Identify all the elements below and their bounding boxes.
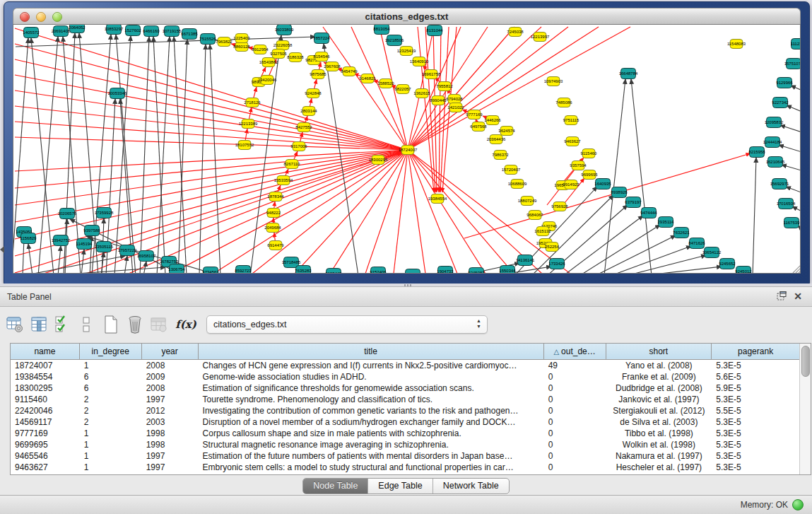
graph-node[interactable]: 13505115	[95, 242, 114, 252]
graph-node[interactable]: 9327505	[270, 49, 287, 59]
table-cell[interactable]: 2009	[142, 371, 199, 382]
table-cell[interactable]: 9463627	[11, 462, 80, 473]
table-cell[interactable]: 5.3E-5	[712, 360, 800, 371]
table-cell[interactable]: 1998	[142, 439, 199, 450]
table-cell[interactable]: Changes of HCN gene expression and I(f) …	[199, 360, 544, 371]
table-cell[interactable]: 49	[544, 360, 606, 371]
table-cell[interactable]: 0	[544, 450, 606, 462]
graph-node[interactable]: 6379197	[625, 197, 642, 208]
column-header-out_de[interactable]: △out_de…	[544, 344, 606, 359]
table-cell[interactable]: 22420046	[11, 405, 80, 416]
citation-edge[interactable]	[595, 235, 676, 274]
column-header-name[interactable]: name	[11, 344, 80, 359]
graph-node[interactable]: 2803144	[300, 107, 317, 116]
citation-edge[interactable]	[408, 150, 486, 274]
graph-node[interactable]: 1112304	[791, 39, 801, 49]
table-cell[interactable]: Dudbridge et al. (2008)	[606, 382, 712, 394]
table-row[interactable]: 1938455462009Genome-wide association stu…	[11, 371, 800, 382]
graph-node[interactable]: 1733426	[548, 259, 565, 269]
graph-node[interactable]: 1640935	[594, 179, 611, 189]
graph-node[interactable]: 13942757	[52, 235, 71, 246]
graph-node[interactable]: 2193445	[325, 269, 342, 274]
graph-node[interactable]: 12213997	[531, 33, 550, 42]
citation-edge[interactable]	[791, 86, 801, 93]
graph-node[interactable]: 9245012	[735, 267, 752, 274]
table-cell[interactable]: 2008	[142, 382, 199, 394]
table-cell[interactable]: 0	[544, 439, 606, 450]
graph-node[interactable]: 6914479	[267, 241, 284, 250]
graph-node[interactable]: 1878344	[267, 192, 284, 201]
table-cell[interactable]: 1	[80, 450, 142, 462]
graph-node[interactable]: 1446266	[484, 116, 501, 125]
table-cell[interactable]: Estimation of significance thresholds fo…	[199, 382, 544, 394]
citation-edge[interactable]	[324, 44, 358, 274]
graph-node[interactable]: 14136141	[516, 255, 535, 266]
graph-node[interactable]: 20691406	[52, 26, 71, 37]
graph-node[interactable]: 1405572	[23, 28, 40, 38]
graph-node[interactable]: 10719155	[163, 26, 182, 37]
table-cell[interactable]: Genome-wide association studies in ADHD.	[199, 371, 544, 382]
column-visibility-button[interactable]	[30, 315, 48, 334]
graph-node[interactable]: 10654122	[702, 247, 722, 258]
column-header-short[interactable]: short	[606, 344, 712, 359]
table-cell[interactable]: 18300295	[11, 382, 80, 394]
column-header-year[interactable]: year	[142, 344, 199, 359]
graph-node[interactable]: 2935114	[658, 217, 675, 228]
table-cell[interactable]: 1	[80, 428, 142, 439]
table-cell[interactable]: 2	[80, 394, 142, 405]
graph-node[interactable]: 10974903	[544, 77, 563, 86]
table-cell[interactable]: 1	[80, 360, 142, 371]
graph-node[interactable]: 2967608	[324, 62, 341, 71]
table-row[interactable]: 946362711997Embryonic stem cells: a mode…	[11, 462, 800, 473]
citation-edge[interactable]	[143, 262, 146, 274]
combobox-stepper-icon[interactable]: ▲▼	[476, 318, 481, 329]
graph-node[interactable]: 10688609	[508, 180, 527, 189]
citation-edge[interactable]	[81, 250, 84, 274]
table-cell[interactable]: Jankovic et al. (1997)	[606, 394, 712, 405]
graph-node[interactable]: 9474444	[640, 208, 657, 218]
table-cell[interactable]: 1	[80, 439, 142, 450]
table-row[interactable]: 1456911722003Disruption of a novel membe…	[11, 416, 800, 428]
graph-node[interactable]: 7955812	[436, 82, 453, 91]
table-cell[interactable]: Wolkin et al. (1998)	[606, 439, 712, 450]
graph-node[interactable]: 8454749	[341, 67, 358, 76]
graph-node[interactable]: 12325419	[397, 47, 416, 56]
table-cell[interactable]: 9115460	[11, 394, 80, 405]
table-cell[interactable]: 0	[544, 428, 606, 439]
resize-grip-icon[interactable]	[793, 265, 801, 273]
citation-edge[interactable]	[199, 45, 206, 274]
graph-node[interactable]: 1615132	[534, 227, 551, 236]
graph-node[interactable]: 6794028	[446, 95, 463, 104]
graph-node[interactable]: 18107552	[235, 141, 254, 150]
citation-edge[interactable]	[418, 27, 434, 192]
graph-node[interactable]: 1167539	[784, 218, 801, 228]
table-cell[interactable]: 0	[544, 382, 606, 394]
graph-node[interactable]: 9129966	[776, 78, 793, 88]
memory-ok-led-icon[interactable]	[792, 499, 804, 510]
table-cell[interactable]: 2008	[142, 360, 199, 371]
table-cell[interactable]: Investigating the contribution of common…	[199, 405, 544, 416]
citation-edge[interactable]	[174, 37, 187, 274]
collapsed-panel-arrow-icon[interactable]	[0, 246, 4, 253]
graph-node[interactable]: 17016504	[777, 199, 796, 209]
table-vertical-scrollbar[interactable]	[799, 344, 811, 474]
graph-node[interactable]: 1156829	[20, 233, 37, 244]
network-canvas[interactable]: 1405572206914062064052108532971527602646…	[13, 24, 801, 274]
citation-network-graph[interactable]: 1405572206914062064052108532971527602646…	[13, 25, 801, 274]
graph-node[interactable]: 9777169	[466, 110, 483, 119]
table-cell[interactable]: 2	[80, 405, 142, 416]
graph-node[interactable]: 6671385	[181, 29, 198, 40]
graph-node[interactable]: 9357594	[570, 161, 587, 170]
table-mode-button[interactable]	[6, 315, 24, 334]
table-cell[interactable]: 0	[544, 462, 606, 473]
graph-node[interactable]: 1145194	[76, 239, 93, 250]
table-cell[interactable]: 2003	[142, 416, 199, 428]
column-header-title[interactable]: title	[199, 344, 544, 359]
citation-edge[interactable]	[780, 125, 801, 134]
graph-node[interactable]: 8938928	[611, 187, 628, 198]
graph-node[interactable]: 8860128	[233, 42, 250, 52]
graph-node[interactable]: 16543862	[259, 58, 278, 67]
graph-node[interactable]: 10853297	[105, 25, 124, 35]
table-cell[interactable]: 0	[544, 405, 606, 416]
graph-node[interactable]: 8215958	[748, 147, 765, 158]
